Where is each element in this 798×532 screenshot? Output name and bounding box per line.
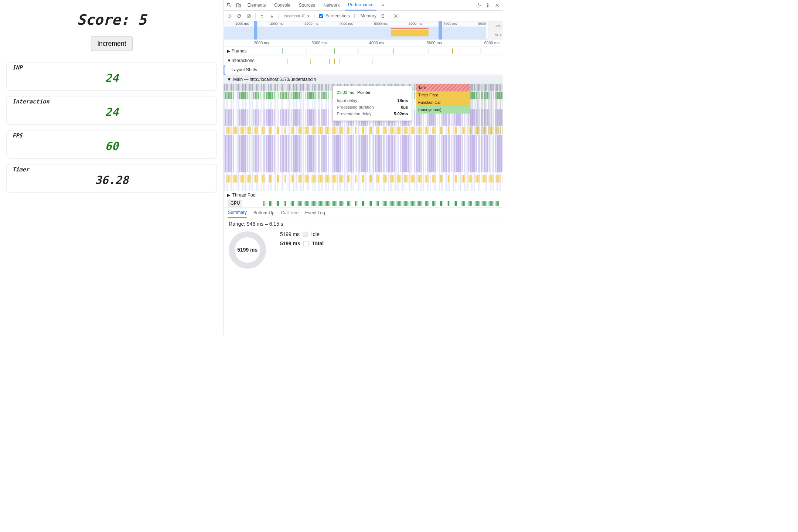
summary-content: 5199 ms 5199 ms Idle 5199 ms Total <box>224 227 502 273</box>
clear-icon[interactable] <box>246 13 252 19</box>
ov-cpu-label: CPU <box>494 24 501 28</box>
ruler-tick: 5000 ms <box>427 41 442 46</box>
tooltip-duration: 23.02 ms <box>337 89 354 96</box>
card-inp-label: INP <box>12 64 211 71</box>
card-interaction-label: Interaction <box>12 98 211 105</box>
tooltip-row-value: 18ms <box>397 97 408 104</box>
capture-settings-gear-icon[interactable] <box>393 13 399 19</box>
ov-activity-block <box>391 30 429 37</box>
memory-checkbox[interactable]: Memory <box>353 13 376 19</box>
upload-icon[interactable] <box>259 13 266 19</box>
ov-handle-left[interactable] <box>254 21 257 40</box>
summary-donut: 5199 ms <box>229 231 266 269</box>
card-inp-value: 24 <box>12 72 211 85</box>
device-toolbar-icon[interactable] <box>235 2 242 8</box>
flame-lane-yellow <box>224 127 502 134</box>
ov-selection-region <box>224 27 486 40</box>
track-layout-shifts[interactable]: Layout Shifts <box>224 65 502 74</box>
interaction-tooltip: 23.02 ms Pointer Input delay 18ms Proces… <box>333 86 412 121</box>
flame-entry-timer-fired[interactable]: Timer Fired <box>416 91 470 99</box>
legend-total-swatch <box>303 241 308 246</box>
memory-checkbox-input[interactable] <box>354 14 358 18</box>
flame-entry-anonymous[interactable]: (anonymous) <box>416 106 470 113</box>
card-fps-label: FPS <box>12 132 211 139</box>
perf-toolbar: localhost #1 ▾ Screenshots Memory <box>224 11 502 21</box>
btab-call-tree[interactable]: Call Tree <box>281 208 299 218</box>
btab-event-log[interactable]: Event Log <box>305 208 325 218</box>
ov-tick: 1000 ms <box>235 21 249 27</box>
chevron-down-icon: ▾ <box>307 13 310 18</box>
card-fps-value: 60 <box>12 140 211 153</box>
metric-cards: INP 24 Interaction 24 FPS 60 Timer 36.28 <box>7 62 217 192</box>
upper-tracks: ▶ Frames ▼ Interactions Layout Shifts <box>224 47 502 75</box>
tooltip-row-label: Processing duration <box>337 104 374 110</box>
tab-more[interactable]: » <box>379 0 387 10</box>
tab-performance[interactable]: Performance <box>345 0 376 10</box>
track-main-header[interactable]: ▼ Main — http://localhost:5173/understan… <box>224 75 502 84</box>
garbage-collect-icon[interactable] <box>380 13 386 19</box>
recording-select[interactable]: localhost #1 ▾ <box>282 13 311 18</box>
flame-right-tasks <box>470 84 503 135</box>
reload-record-icon[interactable] <box>236 13 242 19</box>
tab-network[interactable]: Network <box>321 0 342 10</box>
btab-bottom-up[interactable]: Bottom-Up <box>253 208 274 218</box>
devtools-tabstrip: Elements Console Sources Network Perform… <box>224 0 502 11</box>
inspect-element-icon[interactable] <box>226 2 233 8</box>
flame-lane-purple2 <box>224 135 502 172</box>
ruler-tick: 4000 ms <box>369 41 384 46</box>
card-interaction: Interaction 24 <box>7 96 217 125</box>
tab-elements[interactable]: Elements <box>245 0 269 10</box>
svg-rect-2 <box>239 4 240 7</box>
svg-point-4 <box>487 3 488 4</box>
kebab-menu-icon[interactable] <box>485 2 491 8</box>
donut-center: 5199 ms <box>237 247 258 253</box>
score: Score: 5 <box>77 11 146 28</box>
card-timer-value: 36.28 <box>12 174 211 187</box>
flame-callstack: Task Timer Fired Function Call (anonymou… <box>416 84 470 114</box>
score-value: 5 <box>138 11 147 28</box>
settings-gear-icon[interactable] <box>475 2 482 8</box>
screenshots-checkbox-input[interactable] <box>319 14 323 18</box>
track-gpu[interactable]: GPU <box>224 199 502 208</box>
tooltip-presentation-delay: Presentation delay 5.02ms <box>337 110 408 117</box>
ov-net-label: NET <box>495 33 501 37</box>
screenshots-checkbox[interactable]: Screenshots <box>318 13 350 19</box>
screenshots-checkbox-label: Screenshots <box>325 13 350 18</box>
timeline-ruler: 2000 ms 3000 ms 4000 ms 5000 ms 6000 ms <box>224 40 502 47</box>
record-icon[interactable] <box>226 13 233 19</box>
caret-right-icon: ▶ <box>227 192 230 197</box>
download-icon[interactable] <box>269 13 275 19</box>
summary-range: Range: 946 ms – 6.15 s <box>229 221 498 227</box>
ov-handle-right[interactable] <box>439 21 442 40</box>
legend-idle-time: 5199 ms <box>280 231 300 237</box>
app-panel: Score: 5 Increment INP 24 Interaction 24… <box>0 0 224 335</box>
legend-idle: 5199 ms Idle <box>280 231 324 237</box>
tooltip-type: Pointer <box>357 89 371 96</box>
tooltip-row-value: 0µs <box>401 104 408 110</box>
summary-legend: 5199 ms Idle 5199 ms Total <box>280 231 324 247</box>
score-label: Score: <box>77 11 129 28</box>
legend-total-time: 5199 ms <box>280 241 300 246</box>
track-frames-label: Frames <box>232 48 247 54</box>
flame-entry-function-call[interactable]: Function Call <box>416 99 470 106</box>
flame-entry-task[interactable]: Task <box>416 84 470 91</box>
ruler-tick: 2000 ms <box>254 41 269 46</box>
track-thread-pool[interactable]: ▶ Thread Pool <box>224 191 502 200</box>
ruler-tick: 6000 ms <box>484 41 499 46</box>
track-interactions-label: Interactions <box>232 58 255 63</box>
card-interaction-value: 24 <box>12 106 211 119</box>
btab-summary[interactable]: Summary <box>228 208 247 218</box>
increment-button[interactable]: Increment <box>91 37 132 51</box>
overview-minimap[interactable]: 1000 ms 2000 ms 3000 ms 4000 ms 5000 ms … <box>224 21 502 40</box>
recording-select-label: localhost #1 <box>284 14 306 18</box>
flame-lane-yellow2 <box>224 175 502 183</box>
gpu-bars <box>263 201 499 206</box>
track-thread-pool-label: Thread Pool <box>232 192 256 198</box>
tooltip-row-value: 5.02ms <box>394 110 408 117</box>
ruler-tick: 3000 ms <box>311 41 327 46</box>
tab-sources[interactable]: Sources <box>296 0 318 10</box>
legend-total: 5199 ms Total <box>280 241 324 246</box>
close-devtools-icon[interactable] <box>494 2 501 8</box>
tab-console[interactable]: Console <box>272 0 293 10</box>
track-gpu-label: GPU <box>228 200 242 207</box>
